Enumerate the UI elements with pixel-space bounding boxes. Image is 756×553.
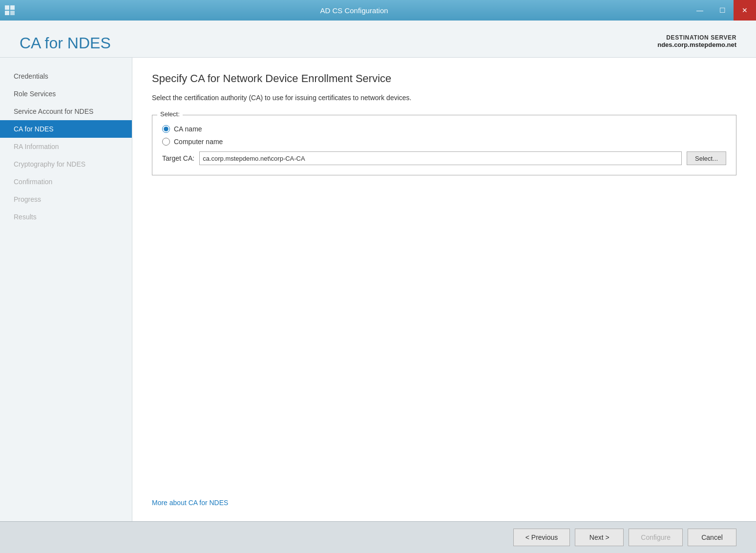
main-content: Specify CA for Network Device Enrollment… (132, 58, 756, 521)
sidebar-item-results: Results (0, 208, 132, 226)
select-group-legend: Select: (157, 110, 183, 118)
svg-rect-0 (5, 5, 9, 10)
target-ca-label: Target CA: (162, 154, 194, 162)
section-title: Specify CA for Network Device Enrollment… (152, 72, 736, 85)
svg-rect-1 (10, 5, 15, 10)
sidebar-item-ra-information: RA Information (0, 138, 132, 155)
previous-button[interactable]: < Previous (513, 529, 570, 546)
sidebar-item-ca-for-ndes[interactable]: CA for NDES (0, 120, 132, 138)
ca-name-label[interactable]: CA name (174, 125, 202, 133)
page-title: CA for NDES (20, 34, 111, 52)
destination-value: ndes.corp.mstepdemo.net (657, 41, 736, 48)
svg-rect-3 (10, 11, 15, 15)
cancel-button[interactable]: Cancel (688, 529, 736, 546)
minimize-button[interactable]: — (689, 0, 711, 21)
destination-label: DESTINATION SERVER (657, 34, 736, 41)
computer-name-radio[interactable] (162, 138, 170, 146)
title-bar: AD CS Configuration — ☐ ✕ (0, 0, 756, 21)
next-button[interactable]: Next > (575, 529, 624, 546)
sidebar-item-confirmation: Confirmation (0, 173, 132, 191)
svg-rect-2 (5, 11, 9, 15)
window-title: AD CS Configuration (20, 6, 689, 15)
ca-name-radio[interactable] (162, 125, 170, 133)
sidebar-item-cryptography: Cryptography for NDES (0, 155, 132, 173)
select-group: Select: CA name Computer name Target CA:… (152, 115, 736, 175)
close-button[interactable]: ✕ (734, 0, 756, 21)
sidebar: Credentials Role Services Service Accoun… (0, 58, 132, 521)
header-area: CA for NDES DESTINATION SERVER ndes.corp… (0, 21, 756, 58)
select-button[interactable]: Select... (687, 151, 726, 165)
window-controls: — ☐ ✕ (689, 0, 756, 21)
configure-button[interactable]: Configure (629, 529, 683, 546)
window-content: CA for NDES DESTINATION SERVER ndes.corp… (0, 21, 756, 553)
more-about-link[interactable]: More about CA for NDES (152, 489, 736, 507)
footer: < Previous Next > Configure Cancel (0, 521, 756, 553)
target-ca-input[interactable] (199, 151, 682, 165)
body-area: Credentials Role Services Service Accoun… (0, 58, 756, 521)
ca-name-radio-row: CA name (162, 125, 726, 133)
sidebar-item-progress: Progress (0, 191, 132, 208)
app-icon (4, 4, 16, 16)
maximize-button[interactable]: ☐ (711, 0, 734, 21)
sidebar-item-credentials[interactable]: Credentials (0, 67, 132, 85)
sidebar-item-service-account[interactable]: Service Account for NDES (0, 103, 132, 120)
computer-name-label[interactable]: Computer name (174, 138, 223, 146)
destination-server: DESTINATION SERVER ndes.corp.mstepdemo.n… (657, 34, 736, 48)
sidebar-item-role-services[interactable]: Role Services (0, 85, 132, 103)
target-ca-row: Target CA: Select... (162, 151, 726, 165)
description: Select the certification authority (CA) … (152, 93, 736, 103)
computer-name-radio-row: Computer name (162, 138, 726, 146)
